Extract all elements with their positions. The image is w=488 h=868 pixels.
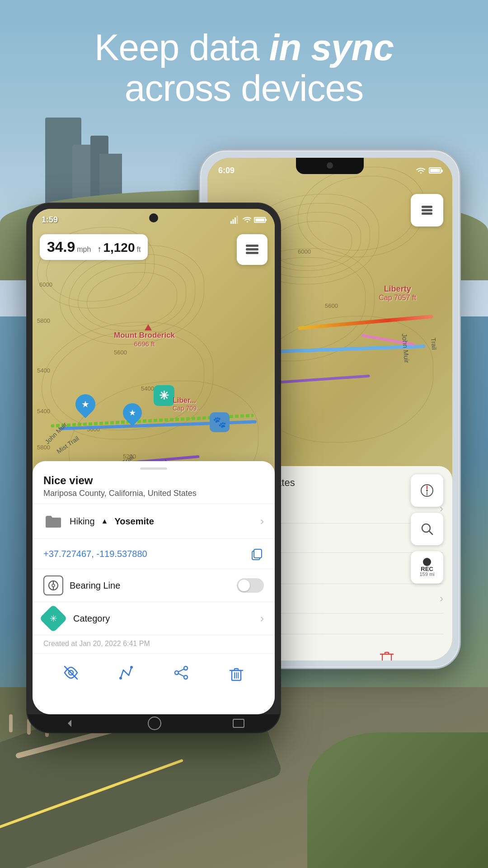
category-row[interactable]: ✳ Category › [33,602,275,635]
battery-icon [429,167,441,174]
route-button[interactable] [113,660,139,685]
back-compass-button[interactable] [411,474,443,507]
front-phone-status-bar: 1:59 [33,209,275,231]
bearing-row-left: Bearing Line [43,576,120,595]
elevation-value: 1,120 [103,241,135,255]
foliage [307,732,488,868]
back-phone-time: 6:09 [218,166,235,175]
bottom-sheet-hiking-row[interactable]: Hiking ▲ Yosemite › [33,504,275,539]
mist-trail-label: Mist Trail [57,448,83,456]
eye-off-icon [62,664,80,682]
share-button[interactable] [169,660,194,685]
bearing-toggle[interactable] [237,578,264,593]
front-layers-button[interactable] [237,234,267,265]
svg-line-44 [178,674,184,676]
elevation-arrow: ↑ [97,245,101,254]
category-marker-symbol: ✳ [50,613,57,624]
bottom-sheet: Nice view Mariposa County, California, U… [33,461,275,714]
elevation-unit: ft [136,245,141,254]
front-elev-5400: 5400 [37,367,50,374]
back-panel-chevron-2: › [440,592,443,605]
svg-line-8 [429,531,432,534]
trash-icon [227,664,245,682]
svg-point-41 [175,671,178,675]
coordinates-text: +37.727467, -119.537880 [43,549,147,559]
front-battery-icon [254,217,266,223]
back-layers-button[interactable] [411,194,443,226]
svg-rect-2 [422,212,432,215]
svg-rect-12 [382,654,391,660]
back-rec-button[interactable]: REC 159 mi [411,551,443,584]
front-mount-broderick-label: Mount Broderick 6696 ft [114,331,175,348]
bottom-sheet-subtitle: Mariposa County, California, United Stat… [33,489,275,504]
svg-point-4 [426,490,428,491]
svg-rect-22 [246,248,258,250]
front-layers-icon [244,242,260,257]
front-elev-5400b: 5400 [141,385,154,392]
trash-button[interactable] [224,660,249,685]
star-marker-2: ★ [119,399,145,426]
route-icon [117,664,135,682]
phones-container: 6200 6000 5800 5600 Liberty C [27,149,461,737]
back-search-button[interactable] [411,513,443,545]
svg-rect-0 [422,206,432,208]
svg-point-40 [184,666,188,670]
hide-button[interactable] [58,660,84,685]
front-wifi-icon [242,216,251,223]
created-text: Created at Jan 20, 2022 6:41 PM [33,635,275,653]
header-section: Keep data in sync across devices [0,27,488,108]
svg-rect-31 [254,549,262,558]
bearing-icon [47,579,60,592]
front-elev-5600: 5600 [114,349,127,356]
back-liberty-label: Liberty Cap 7057 ft [379,284,416,302]
svg-marker-53 [68,720,71,727]
header-line-1: Keep data in sync [0,27,488,68]
svg-rect-19 [235,217,236,224]
hiking-sublabel: Yosemite [114,516,154,527]
guardrail-post-1 [9,714,13,732]
speed-elevation-widget: 34.9 mph ↑ 1,120 ft [40,234,148,260]
category-label: Category [73,613,110,624]
bottom-sheet-handle [140,467,167,470]
back-compass-icon [420,483,434,498]
nav-home-button[interactable] [148,717,161,730]
copy-icon [249,546,264,561]
hiking-chevron: › [260,515,264,528]
iphone-notch [296,158,364,174]
svg-line-37 [65,666,77,679]
android-nav-bar [27,714,280,732]
asterisk-marker: ✳ [154,385,174,406]
paw-marker: 🐾 [210,412,230,432]
wifi-icon [415,167,425,174]
hiking-mountain: ▲ [101,517,108,525]
back-trash-button[interactable] [373,643,400,660]
svg-rect-21 [246,245,258,247]
bottom-sheet-toolbar [33,653,275,692]
front-elev-6000: 6000 [39,281,52,288]
rec-dot [423,558,431,566]
elev-label-5600: 5600 [325,302,338,309]
back-phone-status-icons [415,167,441,174]
front-liberty-label: Liber... Cap 709.. [173,396,200,412]
front-elev-5400c: 5400 [37,408,50,415]
header-line-2: across devices [0,68,488,108]
hiking-label: Hiking [70,516,95,527]
punch-hole-camera [149,213,158,222]
front-phone-android: 6200 6000 5800 5600 5400 5400 5400 5600 … [27,203,280,732]
john-muir-trail-label-1: John Muir [46,439,74,447]
speed-value: 34.9 [47,239,75,255]
back-trail-label: Trail [433,334,446,341]
svg-rect-18 [233,219,234,224]
front-elev-5800: 5800 [37,317,50,324]
nav-back-button[interactable] [63,717,76,730]
back-layers-icon [420,203,434,217]
coordinates-row[interactable]: +37.727467, -119.537880 [33,539,275,569]
bearing-line-row[interactable]: Bearing Line [33,569,275,602]
signal-icon [230,216,239,224]
back-trash-icon [378,648,396,660]
share-icon [172,664,190,682]
svg-point-39 [130,666,133,669]
nav-recent-button[interactable] [233,719,244,728]
svg-rect-17 [230,221,232,224]
star-marker-1: ★ [71,390,99,418]
